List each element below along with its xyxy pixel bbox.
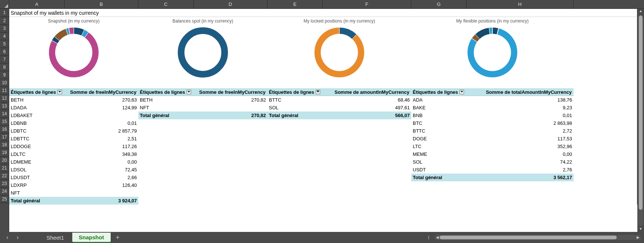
cell-label[interactable]: BAKE (411, 104, 467, 112)
table-row[interactable]: USDT2,76 (411, 166, 574, 174)
dropdown-icon[interactable] (58, 90, 62, 94)
cell-value[interactable]: 72,45 (65, 166, 138, 174)
pivot-values-header[interactable]: Somme de totalAmountInMyCurrency (467, 88, 574, 96)
row-header-20[interactable]: 20 (0, 157, 9, 164)
cell-total-label[interactable]: Total général (267, 112, 323, 119)
tab-sheet1[interactable]: Sheet1 (40, 233, 71, 242)
dropdown-icon[interactable] (460, 90, 464, 94)
table-row[interactable]: LDSOL72,45 (9, 166, 138, 174)
table-row[interactable]: SOL74,22 (411, 158, 574, 166)
cell-label[interactable]: LDADA (9, 104, 65, 112)
dropdown-icon[interactable] (187, 90, 191, 94)
pivot-row-labels-header[interactable]: Étiquettes de lignes (138, 88, 194, 96)
table-row[interactable]: LDBTTC2,51 (9, 135, 138, 143)
cell-value[interactable] (65, 112, 138, 119)
cell-value[interactable]: 270,82 (194, 96, 267, 104)
pivot-row-labels-header[interactable]: Étiquettes de lignes (9, 88, 65, 96)
cell-value[interactable]: 270,63 (65, 96, 138, 104)
table-row[interactable]: LTC352,96 (411, 143, 574, 150)
cell-value[interactable]: 2,72 (467, 127, 574, 135)
scroll-left-icon[interactable]: ◀ (435, 235, 440, 239)
row-header-14[interactable]: 14 (0, 110, 9, 118)
cell-value[interactable]: 0,00 (65, 158, 138, 166)
pivot-row-labels-header[interactable]: Étiquettes de lignes (267, 88, 323, 96)
table-row[interactable]: DOGE117,53 (411, 135, 574, 143)
table-row[interactable]: LDDOGE117,26 (9, 143, 138, 150)
table-row[interactable]: BETH270,82 (138, 96, 267, 104)
row-header-9[interactable]: 9 (0, 71, 9, 79)
row-header-7[interactable]: 7 (0, 56, 9, 64)
row-header-16[interactable]: 16 (0, 126, 9, 133)
table-row[interactable]: LDUSDT2,66 (9, 174, 138, 181)
table-row[interactable]: BTC2 863,98 (411, 119, 574, 127)
scroll-thumb[interactable] (639, 16, 643, 210)
cell-label[interactable]: MEME (411, 150, 467, 158)
tab-nav-next-icon[interactable]: › (13, 233, 22, 242)
cell-value[interactable]: 138,76 (467, 96, 574, 104)
row-header-8[interactable]: 8 (0, 64, 9, 71)
cell-label[interactable]: LDBAKET (9, 112, 65, 119)
cell-label[interactable]: LDBTTC (9, 135, 65, 143)
row-header-10[interactable]: 10 (0, 79, 9, 87)
column-header-B[interactable]: B (65, 0, 138, 8)
cell-total-value[interactable]: 270,82 (194, 112, 267, 119)
cell-value[interactable]: 349,38 (65, 150, 138, 158)
cell-value[interactable]: 9,23 (467, 104, 574, 112)
cell-total-value[interactable]: 3 562,17 (467, 174, 574, 181)
column-header-A[interactable]: A (9, 0, 65, 8)
row-header-11[interactable]: 11 (0, 87, 9, 95)
cell-value[interactable]: 352,96 (467, 143, 574, 150)
table-row[interactable]: LDMEME0,00 (9, 158, 138, 166)
horizontal-scrollbar[interactable]: ◀ ▶ (434, 235, 641, 240)
row-header-13[interactable]: 13 (0, 102, 9, 110)
table-row[interactable]: MEME0,00 (411, 150, 574, 158)
cell-label[interactable]: LDLTC (9, 150, 65, 158)
scroll-right-icon[interactable]: ▶ (636, 235, 640, 239)
column-header-G[interactable]: G (411, 0, 467, 8)
cell-label[interactable]: BTTC (411, 127, 467, 135)
cell-value[interactable]: 2 857,79 (65, 127, 138, 135)
cell-label[interactable]: LTC (411, 143, 467, 150)
row-header-3[interactable]: 3 (0, 25, 9, 32)
row-header-21[interactable]: 21 (0, 164, 9, 172)
filter-icon[interactable] (316, 90, 320, 94)
cell-value[interactable]: 2,66 (65, 174, 138, 181)
cell-label[interactable]: DOGE (411, 135, 467, 143)
pivot-row-labels-header[interactable]: Étiquettes de lignes (411, 88, 467, 96)
cell-value[interactable] (65, 189, 138, 197)
cell-label[interactable]: NFT (138, 104, 194, 112)
row-header-4[interactable]: 4 (0, 32, 9, 40)
chart-panel-1[interactable]: Snapshot (in my currency) (9, 17, 138, 88)
table-row[interactable]: LDLTC349,38 (9, 150, 138, 158)
cell-total-value[interactable]: 566,07 (323, 112, 411, 119)
table-row[interactable]: LDXRP126,40 (9, 181, 138, 189)
table-row[interactable]: BNB0,01 (411, 112, 574, 119)
column-header-E[interactable]: E (267, 0, 323, 8)
tab-snapshot[interactable]: Snapshot (72, 233, 111, 243)
cell-value[interactable]: 74,22 (467, 158, 574, 166)
chart-panel-2[interactable]: Balances spot (in my currency) (138, 17, 267, 88)
table-row[interactable]: LDBTC2 857,79 (9, 127, 138, 135)
row-header-19[interactable]: 19 (0, 149, 9, 157)
row-header-23[interactable]: 23 (0, 180, 9, 188)
cell-label[interactable]: LDDOGE (9, 143, 65, 150)
table-row[interactable]: LDADA124,99 (9, 104, 138, 112)
cell-label[interactable]: LDBTC (9, 127, 65, 135)
row-header-15[interactable]: 15 (0, 118, 9, 126)
table-row[interactable]: NFT (138, 104, 267, 112)
worksheet-area[interactable]: Snapshot of my wallets in my currency Sn… (9, 9, 637, 232)
row-header-25[interactable]: 25 (0, 195, 9, 203)
cell-value[interactable]: 126,40 (65, 181, 138, 189)
cell-label[interactable]: LDXRP (9, 181, 65, 189)
row-header-12[interactable]: 12 (0, 95, 9, 102)
row-header-5[interactable]: 5 (0, 40, 9, 48)
cell-value[interactable]: 0,00 (467, 150, 574, 158)
tab-nav-prev-icon[interactable]: ‹ (3, 233, 12, 242)
table-row[interactable]: LDBNB0,01 (9, 119, 138, 127)
cell-value[interactable]: 2,76 (467, 166, 574, 174)
cell-value[interactable] (194, 104, 267, 112)
cell-total-label[interactable]: Total général (411, 174, 467, 181)
table-row[interactable]: BETH270,63 (9, 96, 138, 104)
cell-label[interactable]: BTTC (267, 96, 323, 104)
cell-label[interactable]: USDT (411, 166, 467, 174)
